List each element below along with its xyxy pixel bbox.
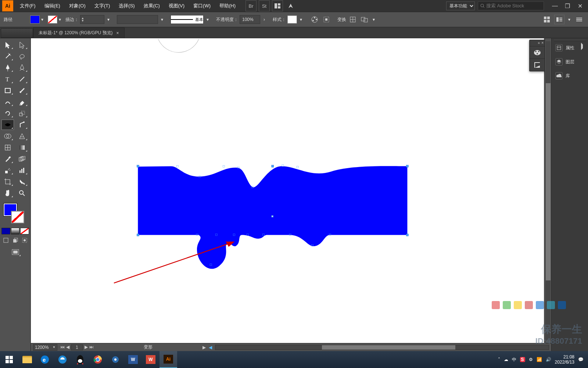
next-artboard-icon[interactable]: ▶: [85, 344, 88, 350]
gradient-tool[interactable]: [16, 142, 28, 153]
window-close[interactable]: ✕: [576, 1, 584, 10]
status-expand-icon[interactable]: ◀: [209, 345, 212, 350]
artboard-index[interactable]: 1: [71, 344, 83, 350]
horizontal-scrollbar[interactable]: [215, 345, 549, 350]
hand-tool[interactable]: [1, 188, 14, 198]
task-settings[interactable]: [107, 351, 124, 368]
pen-tool[interactable]: [1, 63, 14, 73]
lasso-tool[interactable]: [16, 51, 28, 61]
panel-close-icon[interactable]: ×: [541, 41, 544, 45]
menu-view[interactable]: 视图(V): [164, 0, 189, 12]
close-tab-icon[interactable]: ×: [116, 31, 119, 36]
opacity-field[interactable]: 100%: [240, 15, 260, 24]
color-mode-none[interactable]: [20, 228, 29, 234]
bridge-icon[interactable]: Br: [245, 0, 257, 11]
ime-indicator[interactable]: 中: [512, 357, 516, 363]
notifications-icon[interactable]: 💬: [578, 357, 584, 362]
eyedropper-tool[interactable]: [1, 154, 14, 164]
fill-swatch[interactable]: [30, 15, 40, 24]
tray-settings-icon[interactable]: ⚙: [529, 357, 533, 362]
line-segment-tool[interactable]: [16, 74, 28, 84]
fill-stroke-indicator[interactable]: [1, 202, 29, 226]
task-chrome[interactable]: [89, 351, 107, 368]
gpu-rocket-icon[interactable]: [285, 0, 296, 11]
prev-artboard-icon[interactable]: ◀: [66, 344, 69, 350]
first-artboard-icon[interactable]: ⏮: [60, 344, 65, 350]
graphic-style-swatch[interactable]: [287, 15, 297, 24]
task-explorer[interactable]: [18, 351, 36, 368]
fill-swatch-menu[interactable]: ▾: [40, 17, 45, 22]
color-mode-gradient[interactable]: [11, 228, 20, 234]
tray-network-icon[interactable]: 📶: [537, 357, 542, 362]
taskbar-clock[interactable]: 21:082022/6/13: [555, 354, 574, 365]
menu-type[interactable]: 文字(T): [90, 0, 115, 12]
panel-collapse-icon[interactable]: «: [538, 41, 540, 45]
task-word[interactable]: W: [124, 351, 142, 368]
scale-tool[interactable]: [16, 108, 28, 118]
artboard-nav[interactable]: ⏮ ◀ 1 ▶ ⏭: [60, 344, 94, 350]
free-transform-tool[interactable]: [16, 120, 28, 130]
menu-file[interactable]: 文件(F): [15, 0, 40, 12]
rotate-tool[interactable]: [1, 108, 14, 118]
brush-definition[interactable]: [117, 15, 158, 24]
shaper-tool[interactable]: [1, 97, 14, 107]
opacity-menu[interactable]: ›: [262, 17, 267, 22]
symbol-sprayer-tool[interactable]: [1, 165, 14, 176]
menu-edit[interactable]: 编辑(E): [40, 0, 65, 12]
status-play-icon[interactable]: ▶: [202, 345, 206, 350]
stroke-swatch-menu[interactable]: ▾: [57, 17, 62, 22]
vertical-scrollbar[interactable]: [545, 38, 551, 343]
window-minimize[interactable]: —: [551, 1, 559, 10]
stroke-profile-menu[interactable]: ▾: [205, 17, 210, 22]
menu-window[interactable]: 窗口(W): [189, 0, 215, 12]
brush-definition-menu[interactable]: ▾: [159, 17, 165, 22]
curvature-tool[interactable]: [16, 63, 28, 73]
list-offset-menu[interactable]: ▾: [567, 17, 572, 22]
color-guide-icon[interactable]: [530, 59, 545, 71]
rectangle-tool[interactable]: [1, 85, 14, 96]
shape-mode-icon[interactable]: [359, 15, 370, 24]
task-wps[interactable]: W: [142, 351, 159, 368]
stroke-color-box[interactable]: [11, 211, 24, 223]
window-restore[interactable]: ❐: [563, 1, 572, 10]
shape-builder-tool[interactable]: [1, 131, 14, 141]
screen-mode-toggle[interactable]: [9, 247, 22, 257]
panel-properties[interactable]: 属性: [552, 42, 588, 54]
stroke-weight-menu[interactable]: ▾: [106, 17, 111, 22]
blend-tool[interactable]: [16, 154, 28, 164]
menu-select[interactable]: 选择(S): [114, 0, 139, 12]
menu-help[interactable]: 帮助(H): [215, 0, 240, 12]
tray-volume-icon[interactable]: 🔊: [546, 357, 551, 362]
color-mode-solid[interactable]: [1, 228, 10, 234]
stroke-weight-field[interactable]: ▲▼: [80, 15, 104, 24]
type-tool[interactable]: T: [1, 74, 14, 84]
workspace-switcher[interactable]: 基本功能: [446, 1, 475, 10]
stock-search[interactable]: 搜索 Adobe Stock: [478, 1, 544, 10]
blue-shape[interactable]: [138, 166, 407, 269]
stock-icon[interactable]: St: [259, 0, 270, 11]
direct-selection-tool[interactable]: [16, 40, 28, 50]
paintbrush-tool[interactable]: [16, 85, 28, 96]
tray-sogou-icon[interactable]: S: [520, 357, 525, 362]
artboard-tool[interactable]: [1, 177, 14, 187]
zoom-tool[interactable]: [16, 188, 28, 198]
transform-label[interactable]: 变换: [337, 17, 346, 23]
floating-panel[interactable]: «×: [529, 40, 545, 71]
panel-libraries[interactable]: 库: [552, 70, 588, 82]
document-tab[interactable]: 未标题-1* @ 1200% (RGB/GPU 预览) ×: [33, 28, 125, 38]
slice-tool[interactable]: [16, 177, 28, 187]
stroke-swatch[interactable]: [48, 15, 57, 24]
menu-object[interactable]: 对象(O): [65, 0, 90, 12]
zoom-level-select[interactable]: 1200%▼: [33, 344, 57, 351]
system-tray[interactable]: ˄ ☁ 中 S ⚙ 📶 🔊 21:082022/6/13 💬: [494, 354, 588, 365]
color-panel-icon[interactable]: [530, 46, 545, 59]
mesh-tool[interactable]: [1, 142, 14, 153]
list-offset-icon[interactable]: [554, 15, 564, 24]
task-edge[interactable]: e: [36, 351, 54, 368]
panel-layers[interactable]: 图层: [552, 56, 588, 68]
draw-normal-icon[interactable]: [1, 237, 10, 244]
align-panel-icon[interactable]: [321, 15, 331, 24]
magic-wand-tool[interactable]: [1, 51, 14, 61]
draw-inside-icon[interactable]: [20, 237, 29, 244]
tray-onedrive-icon[interactable]: ☁: [504, 357, 508, 362]
